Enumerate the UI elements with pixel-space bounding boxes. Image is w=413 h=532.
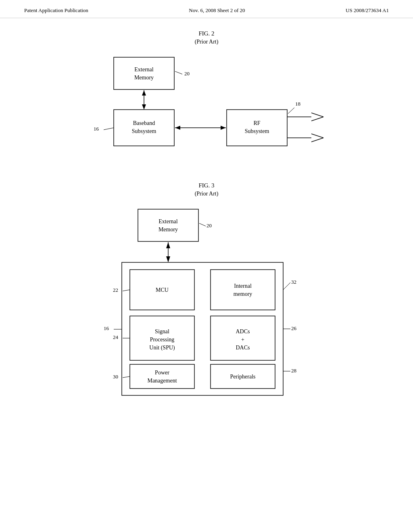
fig2-subtitle: (Prior Art) xyxy=(24,39,389,45)
patent-header: Patent Application Publication Nov. 6, 2… xyxy=(0,0,413,18)
svg-marker-17 xyxy=(142,104,146,110)
svg-text:DACs: DACs xyxy=(236,345,250,351)
svg-text:External: External xyxy=(159,218,178,224)
svg-marker-20 xyxy=(221,126,226,130)
svg-text:+: + xyxy=(241,337,244,343)
patent-content: FIG. 2 (Prior Art) External Memory 20 Ba… xyxy=(0,18,413,435)
svg-text:32: 32 xyxy=(291,279,296,285)
svg-text:16: 16 xyxy=(104,325,109,331)
svg-text:30: 30 xyxy=(113,374,118,380)
svg-text:External: External xyxy=(134,66,154,73)
svg-rect-48 xyxy=(211,270,275,310)
svg-text:Internal: Internal xyxy=(234,283,252,289)
header-center: Nov. 6, 2008 Sheet 2 of 20 xyxy=(189,7,245,14)
svg-text:16: 16 xyxy=(94,126,99,132)
svg-text:MCU: MCU xyxy=(156,287,169,293)
svg-text:memory: memory xyxy=(234,291,252,297)
svg-rect-5 xyxy=(114,110,174,146)
svg-text:22: 22 xyxy=(113,287,118,293)
svg-line-22 xyxy=(311,113,323,117)
svg-line-25 xyxy=(311,134,323,138)
svg-text:Unit (SPU): Unit (SPU) xyxy=(149,345,175,351)
svg-line-14 xyxy=(288,108,294,114)
svg-text:28: 28 xyxy=(291,368,296,374)
fig3-title: FIG. 3 xyxy=(24,182,389,189)
svg-text:Management: Management xyxy=(147,378,177,384)
svg-rect-61 xyxy=(130,364,194,389)
svg-line-26 xyxy=(311,138,323,142)
svg-text:Baseband: Baseband xyxy=(133,120,155,126)
fig2-diagram: External Memory 20 Baseband Subsystem 16… xyxy=(65,53,348,166)
svg-line-9 xyxy=(104,128,114,130)
svg-marker-34 xyxy=(166,256,170,262)
fig3-subtitle: (Prior Art) xyxy=(24,191,389,197)
svg-marker-16 xyxy=(142,90,146,96)
header-left: Patent Application Publication xyxy=(24,7,88,14)
svg-text:20: 20 xyxy=(206,222,212,229)
svg-text:Memory: Memory xyxy=(159,227,178,233)
fig2-section: FIG. 2 (Prior Art) External Memory 20 Ba… xyxy=(24,30,389,166)
svg-text:18: 18 xyxy=(295,101,300,107)
fig3-diagram: External Memory 20 16 32 26 28 xyxy=(61,205,352,407)
svg-marker-33 xyxy=(166,242,170,248)
svg-text:26: 26 xyxy=(291,325,297,331)
svg-text:Subsystem: Subsystem xyxy=(245,128,269,134)
header-right: US 2008/273634 A1 xyxy=(346,7,389,14)
svg-marker-19 xyxy=(175,126,180,130)
svg-text:RF: RF xyxy=(253,120,260,126)
svg-text:ADCs: ADCs xyxy=(236,328,250,335)
svg-text:Subsystem: Subsystem xyxy=(132,128,156,134)
svg-text:Peripherals: Peripherals xyxy=(230,374,256,380)
svg-text:Power: Power xyxy=(155,370,169,376)
svg-text:24: 24 xyxy=(113,334,119,340)
svg-rect-27 xyxy=(138,209,198,241)
svg-text:Memory: Memory xyxy=(134,75,154,81)
svg-line-4 xyxy=(175,71,182,74)
svg-text:Processing: Processing xyxy=(150,337,175,343)
svg-line-31 xyxy=(199,223,206,226)
svg-rect-10 xyxy=(227,110,287,146)
svg-text:20: 20 xyxy=(184,71,190,77)
fig3-section: FIG. 3 (Prior Art) External Memory 20 16… xyxy=(24,182,389,407)
svg-rect-0 xyxy=(114,57,174,89)
svg-text:Signal: Signal xyxy=(155,328,169,335)
svg-line-39 xyxy=(283,283,290,290)
fig2-title: FIG. 2 xyxy=(24,30,389,37)
svg-line-23 xyxy=(311,117,323,121)
